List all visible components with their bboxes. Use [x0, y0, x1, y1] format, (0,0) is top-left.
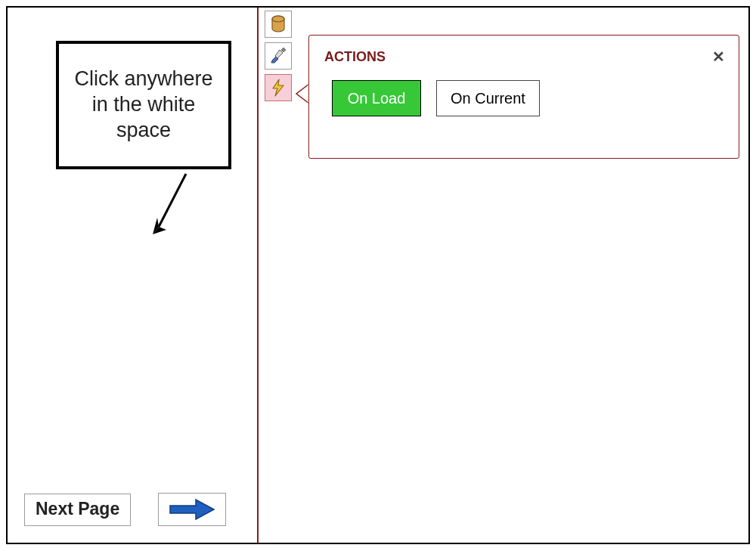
panel-pointer-icon	[295, 83, 310, 104]
actions-tool-button[interactable]	[265, 74, 292, 101]
database-tool-button[interactable]	[265, 11, 292, 38]
on-load-label: On Load	[348, 90, 406, 107]
arrow-right-icon	[169, 498, 215, 521]
pointer-arrow-icon	[136, 168, 204, 243]
svg-marker-3	[170, 500, 214, 519]
left-pane[interactable]: Click anywhere in the white space Next P…	[8, 8, 259, 543]
instruction-callout: Click anywhere in the white space	[56, 41, 231, 169]
svg-marker-2	[153, 218, 159, 234]
lightning-icon	[270, 78, 287, 98]
design-icon	[269, 47, 287, 65]
close-panel-button[interactable]: ✕	[712, 48, 725, 66]
design-tool-button[interactable]	[265, 42, 292, 70]
next-arrow-button[interactable]	[158, 493, 226, 526]
svg-line-0	[159, 174, 186, 227]
svg-rect-6	[281, 48, 286, 52]
database-icon	[270, 15, 287, 33]
on-current-label: On Current	[451, 90, 525, 107]
instruction-text: Click anywhere in the white space	[67, 67, 221, 143]
action-buttons-row: On Load On Current	[309, 71, 739, 125]
actions-panel: ACTIONS ✕ On Load On Current	[308, 35, 739, 159]
next-page-label: Next Page	[36, 499, 119, 518]
side-toolbar	[265, 11, 292, 101]
next-page-button[interactable]: Next Page	[24, 494, 131, 526]
actions-title: ACTIONS	[309, 36, 739, 71]
on-current-button[interactable]: On Current	[436, 80, 540, 116]
bottom-controls: Next Page	[24, 493, 226, 526]
svg-marker-1	[153, 227, 166, 234]
app-frame: Click anywhere in the white space Next P…	[6, 6, 750, 544]
on-load-button[interactable]: On Load	[332, 80, 421, 116]
